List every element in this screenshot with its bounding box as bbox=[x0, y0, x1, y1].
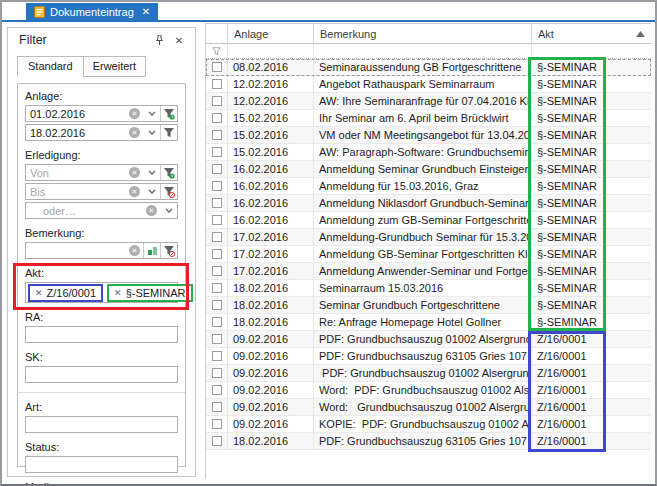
chevron-down-icon[interactable] bbox=[143, 165, 160, 180]
cell-akt: Z/16/0001 bbox=[532, 399, 651, 415]
remove-tag-icon[interactable]: ✕ bbox=[35, 288, 43, 298]
table-row[interactable]: 09.02.2016 Word: Grundbuchsauszug 01002 … bbox=[206, 399, 651, 416]
column-header-bemerkung[interactable]: Bemerkung bbox=[314, 24, 532, 43]
row-checkbox[interactable] bbox=[212, 62, 222, 72]
row-checkbox[interactable] bbox=[212, 79, 222, 89]
filter-clock-icon[interactable] bbox=[160, 165, 177, 180]
clear-icon[interactable]: ✕ bbox=[126, 165, 143, 180]
row-checkbox[interactable] bbox=[212, 419, 222, 429]
filter-icon[interactable] bbox=[160, 125, 177, 140]
row-checkbox[interactable] bbox=[212, 96, 222, 106]
table-row[interactable]: 17.02.2016 Anmeldung Anwender-Seminar un… bbox=[206, 263, 651, 280]
filter-clock-icon[interactable] bbox=[160, 106, 177, 121]
tab-close-icon[interactable]: ✕ bbox=[142, 6, 150, 17]
cell-bemerkung: PDF: Grundbuchsauszug 01002 Alsergrund 5… bbox=[314, 331, 532, 347]
status-field bbox=[25, 456, 178, 473]
filter-cell-akt[interactable] bbox=[532, 44, 651, 58]
ra-input[interactable] bbox=[26, 327, 177, 342]
table-row[interactable]: 15.02.2016 VM oder NM Meetingsangebot fü… bbox=[206, 127, 651, 144]
row-checkbox[interactable] bbox=[212, 232, 222, 242]
table-row[interactable]: 18.02.2016 Seminar Grundbuch Fortgeschri… bbox=[206, 297, 651, 314]
column-header-anlage[interactable]: Anlage bbox=[228, 24, 314, 43]
clear-icon[interactable]: ✕ bbox=[126, 184, 143, 199]
row-checkbox[interactable] bbox=[212, 249, 222, 259]
table-row[interactable]: 09.02.2016 KOPIE: PDF: Grundbuchsauszug … bbox=[206, 416, 651, 433]
table-row[interactable]: 17.02.2016 Anmeldung GB-Seminar Fortgesc… bbox=[206, 246, 651, 263]
table-row[interactable]: 09.02.2016 PDF: Grundbuchsauszug 01002 A… bbox=[206, 365, 651, 382]
erledigung-von-input[interactable] bbox=[26, 165, 126, 180]
row-checkbox[interactable] bbox=[212, 283, 222, 293]
clear-icon[interactable]: ✕ bbox=[126, 125, 143, 140]
table-row[interactable]: 12.02.2016 AW: Ihre Seminaranfrage für 0… bbox=[206, 93, 651, 110]
clear-icon[interactable]: ✕ bbox=[143, 203, 160, 218]
table-row[interactable]: 15.02.2016 Ihr Seminar am 6. April beim … bbox=[206, 110, 651, 127]
anlage-from-input[interactable] bbox=[26, 106, 126, 121]
table-row[interactable]: 16.02.2016 Anmeldung für 15.03.2016, Gra… bbox=[206, 178, 651, 195]
row-checkbox[interactable] bbox=[212, 317, 222, 327]
chevron-down-icon[interactable] bbox=[143, 184, 160, 199]
row-checkbox[interactable] bbox=[212, 351, 222, 361]
table-row[interactable]: 09.02.2016 PDF: Grundbuchsauszug 63105 G… bbox=[206, 348, 651, 365]
clear-icon[interactable]: ✕ bbox=[126, 106, 143, 121]
tab-standard[interactable]: Standard bbox=[17, 56, 84, 77]
row-checkbox[interactable] bbox=[212, 198, 222, 208]
remove-tag-icon[interactable]: ✕ bbox=[114, 288, 122, 298]
row-checkbox[interactable] bbox=[212, 215, 222, 225]
tab-erweitert[interactable]: Erweitert bbox=[83, 56, 146, 77]
chevron-down-icon[interactable] bbox=[143, 125, 160, 140]
erledigung-oder-input[interactable] bbox=[26, 203, 143, 218]
table-row[interactable]: 09.02.2016 Word: PDF: Grundbuchsauszug 0… bbox=[206, 382, 651, 399]
row-checkbox[interactable] bbox=[212, 266, 222, 276]
row-checkbox[interactable] bbox=[212, 300, 222, 310]
table-row[interactable]: 09.02.2016 PDF: Grundbuchsauszug 01002 A… bbox=[206, 331, 651, 348]
akt-tags-field[interactable]: ✕ Z/16/0001 ✕ §-SEMINAR bbox=[25, 282, 178, 303]
column-header-akt[interactable]: Akt bbox=[532, 24, 651, 43]
filter-disabled-icon[interactable] bbox=[160, 184, 177, 199]
chevron-down-icon[interactable] bbox=[160, 203, 177, 218]
row-checkbox[interactable] bbox=[212, 402, 222, 412]
filter-cell-anlage[interactable] bbox=[228, 44, 314, 58]
grid-auto-filter-row[interactable] bbox=[206, 44, 651, 59]
art-input[interactable] bbox=[26, 417, 177, 432]
akt-tag-seminar[interactable]: ✕ §-SEMINAR bbox=[107, 284, 192, 302]
table-row[interactable]: 15.02.2016 AW: Paragraph-Software: Grund… bbox=[206, 144, 651, 161]
table-row[interactable]: 17.02.2016 Anmeldung-Grundbuch Seminar f… bbox=[206, 229, 651, 246]
table-row[interactable]: 18.02.2016 Seminarraum 15.03.2016 §-SEMI… bbox=[206, 280, 651, 297]
row-checkbox[interactable] bbox=[212, 147, 222, 157]
filter-disabled-icon[interactable] bbox=[160, 243, 177, 258]
table-row[interactable]: 18.02.2016 PDF: Grundbuchsauszug 63105 G… bbox=[206, 433, 651, 450]
table-row[interactable]: 18.02.2016 Re: Anfrage Homepage Hotel Go… bbox=[206, 314, 651, 331]
chevron-down-icon[interactable] bbox=[143, 106, 160, 121]
anlage-from-field: ✕ bbox=[25, 105, 178, 122]
match-options-icon[interactable] bbox=[143, 243, 160, 258]
sk-input[interactable] bbox=[26, 367, 177, 382]
bemerkung-input[interactable] bbox=[26, 243, 126, 258]
cell-akt: §-SEMINAR bbox=[532, 263, 651, 279]
table-row[interactable]: 08.02.2016 Seminaraussendung GB Fortgesc… bbox=[206, 59, 651, 76]
table-row[interactable]: 16.02.2016 Anmeldung Niklasdorf Grundbuc… bbox=[206, 195, 651, 212]
row-checkbox[interactable] bbox=[212, 368, 222, 378]
row-checkbox[interactable] bbox=[212, 334, 222, 344]
status-input[interactable] bbox=[26, 457, 177, 472]
row-checkbox[interactable] bbox=[212, 130, 222, 140]
anlage-to-input[interactable] bbox=[26, 125, 126, 140]
row-checkbox[interactable] bbox=[212, 181, 222, 191]
row-checkbox[interactable] bbox=[212, 113, 222, 123]
erledigung-bis-input[interactable] bbox=[26, 184, 126, 199]
divider bbox=[18, 392, 185, 393]
filter-cell-bemerkung[interactable] bbox=[314, 44, 532, 58]
filter-panel-close-icon[interactable]: ✕ bbox=[172, 33, 186, 47]
table-row[interactable]: 16.02.2016 Anmeldung zum GB-Seminar Fort… bbox=[206, 212, 651, 229]
clear-icon[interactable]: ✕ bbox=[126, 243, 143, 258]
row-checkbox[interactable] bbox=[212, 164, 222, 174]
pin-icon[interactable] bbox=[152, 33, 166, 47]
akt-tag-z16[interactable]: ✕ Z/16/0001 bbox=[28, 284, 103, 302]
cell-anlage: 12.02.2016 bbox=[228, 76, 314, 92]
table-row[interactable]: 12.02.2016 Angebot Rathauspark Seminarra… bbox=[206, 76, 651, 93]
cell-akt: Z/16/0001 bbox=[532, 348, 651, 364]
table-row[interactable]: 16.02.2016 Anmeldung Seminar Grundbuch E… bbox=[206, 161, 651, 178]
tab-dokumenteintrag[interactable]: Dokumenteintrag ✕ bbox=[26, 3, 158, 20]
row-checkbox[interactable] bbox=[212, 385, 222, 395]
row-checkbox[interactable] bbox=[212, 436, 222, 446]
cell-bemerkung: PDF: Grundbuchsauszug 01002 Alsergrund 1… bbox=[314, 365, 532, 381]
